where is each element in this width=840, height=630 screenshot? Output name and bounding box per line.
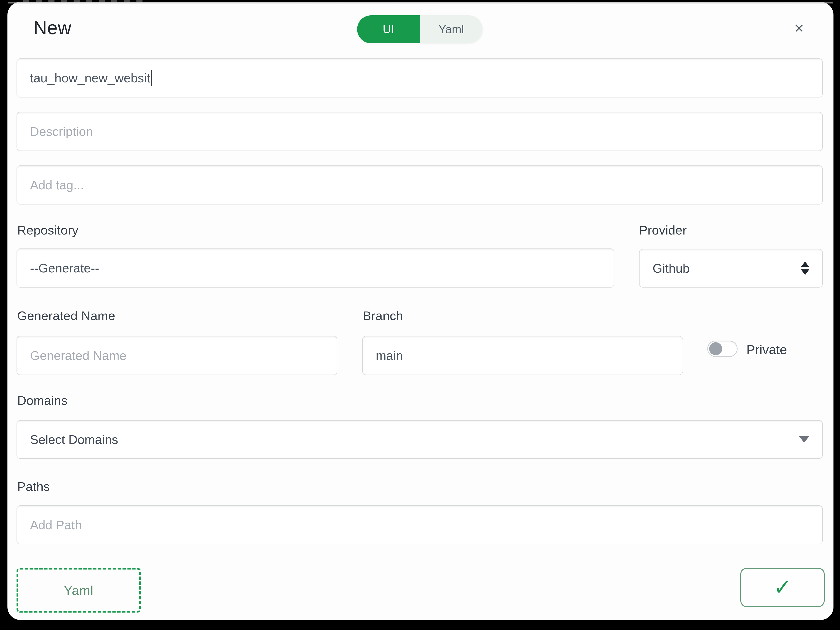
branch-label: Branch [363, 309, 403, 323]
submit-button[interactable]: ✓ [741, 568, 825, 607]
toggle-knob [709, 342, 722, 355]
domains-select[interactable]: Select Domains [17, 420, 823, 459]
check-icon: ✓ [774, 577, 791, 598]
yaml-button-label: Yaml [64, 583, 93, 598]
tab-yaml[interactable]: Yaml [420, 15, 483, 43]
domains-selected-value: Select Domains [30, 432, 118, 447]
repository-input[interactable] [17, 249, 614, 288]
ui-yaml-mode-toggle[interactable]: UI Yaml [357, 15, 483, 43]
dialog-top-shadow [8, 2, 834, 4]
private-toggle[interactable] [707, 340, 737, 357]
paths-input[interactable] [17, 505, 823, 544]
name-input-value: tau_how_new_websit [30, 71, 150, 85]
repository-label: Repository [17, 223, 79, 237]
generated-name-input[interactable] [17, 336, 337, 375]
paths-label: Paths [17, 479, 50, 494]
description-input[interactable] [17, 112, 823, 151]
close-icon: × [794, 18, 804, 38]
text-cursor [151, 70, 152, 86]
chevron-down-icon [799, 436, 809, 443]
select-updown-icon [801, 261, 809, 275]
yaml-button[interactable]: Yaml [17, 568, 141, 613]
provider-label: Provider [639, 223, 687, 237]
branch-input[interactable] [362, 336, 683, 375]
provider-selected-value: Github [652, 261, 690, 276]
private-label: Private [747, 342, 787, 357]
new-resource-dialog: New UI Yaml × tau_how_new_websit Reposit… [8, 2, 834, 620]
close-button[interactable]: × [787, 16, 811, 39]
arrow-down-icon [801, 269, 809, 275]
domains-label: Domains [17, 393, 68, 408]
tab-ui[interactable]: UI [357, 15, 420, 43]
name-input[interactable]: tau_how_new_websit [17, 58, 823, 98]
background-page-artifact [23, 0, 144, 2]
generated-name-label: Generated Name [17, 309, 115, 323]
page-title: New [33, 17, 71, 39]
provider-select[interactable]: Github [639, 249, 823, 288]
arrow-up-icon [801, 261, 809, 267]
tag-input[interactable] [17, 165, 823, 205]
page-background: { "dialog": { "title": "New", "close_ico… [0, 0, 840, 630]
